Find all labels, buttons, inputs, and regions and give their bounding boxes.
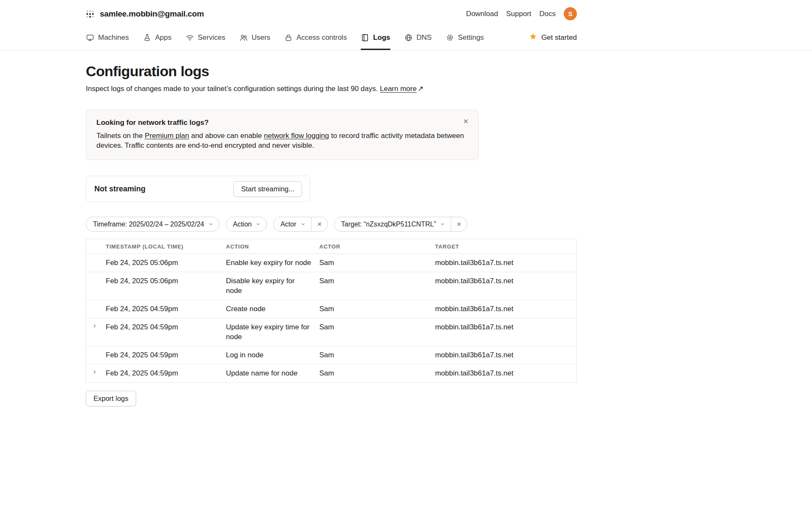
col-actor: ACTOR	[319, 239, 435, 254]
cell-action: Enable key expiry for node	[226, 254, 319, 272]
tailscale-logo-icon	[86, 10, 94, 18]
logs-icon	[361, 33, 369, 42]
globe-icon	[404, 33, 413, 42]
cell-timestamp: Feb 24, 2025 04:59pm	[86, 318, 226, 346]
cell-action: Update name for node	[226, 364, 319, 383]
chevron-down-icon	[208, 221, 214, 227]
premium-plan-link[interactable]: Premium plan	[145, 132, 189, 140]
close-icon	[317, 221, 322, 227]
cell-target: mobbin.tail3b61a7.ts.net	[435, 254, 577, 272]
target-filter-button[interactable]: Target: “nZsxzqDkP511CNTRL”	[335, 217, 451, 231]
cell-actor: Sam	[319, 300, 435, 318]
chevron-right-icon[interactable]	[92, 323, 98, 329]
chevron-down-icon	[300, 221, 306, 227]
chevron-down-icon	[440, 221, 445, 227]
target-filter: Target: “nZsxzqDkP511CNTRL”	[334, 217, 468, 232]
close-icon	[456, 221, 462, 227]
tab-dns[interactable]: DNS	[404, 33, 432, 50]
cell-target: mobbin.tail3b61a7.ts.net	[435, 318, 577, 346]
table-row: Feb 24, 2025 05:06pm Disable key expiry …	[86, 272, 577, 300]
tab-machines[interactable]: Machines	[86, 33, 129, 50]
docs-link[interactable]: Docs	[539, 10, 556, 18]
apps-icon	[143, 33, 151, 42]
cell-action: Update key expiry time for node	[226, 318, 319, 346]
table-row: Feb 24, 2025 04:59pm Create node Sam mob…	[86, 300, 577, 318]
external-arrow-icon: ↗	[417, 84, 423, 93]
download-link[interactable]: Download	[466, 10, 498, 18]
cell-target: mobbin.tail3b61a7.ts.net	[435, 346, 577, 364]
account-email: samlee.mobbin@gmail.com	[100, 9, 204, 19]
cell-timestamp: Feb 24, 2025 04:59pm	[86, 346, 226, 364]
network-logs-banner: Looking for network traffic logs? Tailne…	[86, 110, 479, 160]
cell-actor: Sam	[319, 364, 435, 383]
table-header-row: TIMESTAMP (LOCAL TIME) ACTION ACTOR TARG…	[86, 239, 577, 254]
cell-target: mobbin.tail3b61a7.ts.net	[435, 300, 577, 318]
tab-users[interactable]: Users	[239, 33, 270, 50]
gear-icon	[446, 33, 454, 42]
star-icon	[529, 33, 537, 43]
table-row: Feb 24, 2025 05:06pm Enable key expiry f…	[86, 254, 577, 272]
actor-filter: Actor	[273, 217, 327, 232]
machines-icon	[86, 33, 94, 42]
col-target: TARGET	[435, 239, 577, 254]
configuration-logs-table: TIMESTAMP (LOCAL TIME) ACTION ACTOR TARG…	[86, 239, 577, 383]
cell-actor: Sam	[319, 346, 435, 364]
streaming-status-card: Not streaming Start streaming...	[86, 176, 310, 202]
page-title: Configuration logs	[86, 63, 577, 80]
export-logs-button[interactable]: Export logs	[86, 391, 136, 406]
tab-settings[interactable]: Settings	[446, 33, 484, 50]
tab-services[interactable]: Services	[186, 33, 225, 50]
cell-action: Create node	[226, 300, 319, 318]
chevron-right-icon[interactable]	[92, 369, 98, 375]
get-started-link[interactable]: Get started	[529, 33, 577, 50]
cell-target: mobbin.tail3b61a7.ts.net	[435, 364, 577, 383]
support-link[interactable]: Support	[506, 10, 532, 18]
top-bar: samlee.mobbin@gmail.com Download Support…	[86, 0, 577, 20]
actor-filter-button[interactable]: Actor	[274, 217, 311, 231]
lock-icon	[284, 33, 293, 42]
network-flow-logging-link[interactable]: network flow logging	[264, 132, 329, 140]
col-timestamp: TIMESTAMP (LOCAL TIME)	[86, 239, 226, 254]
cell-timestamp: Feb 24, 2025 05:06pm	[86, 254, 226, 272]
cell-actor: Sam	[319, 318, 435, 346]
cell-actor: Sam	[319, 272, 435, 300]
cell-timestamp: Feb 24, 2025 04:59pm	[86, 300, 226, 318]
users-icon	[239, 33, 248, 42]
target-filter-clear-button[interactable]	[451, 217, 467, 231]
action-filter[interactable]: Action	[226, 217, 267, 232]
log-filters: Timeframe: 2025/02/24 – 2025/02/24 Actio…	[86, 217, 577, 232]
services-icon	[186, 33, 194, 42]
streaming-status-text: Not streaming	[94, 185, 145, 193]
table-row[interactable]: Feb 24, 2025 04:59pm Update name for nod…	[86, 364, 577, 383]
chevron-down-icon	[255, 221, 261, 227]
col-action: ACTION	[226, 239, 319, 254]
primary-nav-bar: Machines Apps Services Users	[0, 33, 812, 51]
page-subtitle: Inspect logs of changes made to your tai…	[86, 84, 577, 93]
tab-logs[interactable]: Logs	[361, 33, 390, 50]
start-streaming-button[interactable]: Start streaming...	[233, 181, 302, 197]
close-icon[interactable]	[461, 116, 471, 126]
cell-timestamp: Feb 24, 2025 05:06pm	[86, 272, 226, 300]
actor-filter-clear-button[interactable]	[311, 217, 327, 231]
cell-timestamp: Feb 24, 2025 04:59pm	[86, 364, 226, 383]
table-row[interactable]: Feb 24, 2025 04:59pm Update key expiry t…	[86, 318, 577, 346]
cell-actor: Sam	[319, 254, 435, 272]
cell-action: Log in node	[226, 346, 319, 364]
learn-more-link[interactable]: Learn more↗	[380, 85, 423, 93]
banner-body: Tailnets on the Premium plan and above c…	[96, 131, 468, 150]
tab-apps[interactable]: Apps	[143, 33, 172, 50]
avatar[interactable]: S	[564, 7, 577, 20]
tab-access-controls[interactable]: Access controls	[284, 33, 347, 50]
timeframe-filter[interactable]: Timeframe: 2025/02/24 – 2025/02/24	[86, 217, 219, 232]
table-row: Feb 24, 2025 04:59pm Log in node Sam mob…	[86, 346, 577, 364]
cell-target: mobbin.tail3b61a7.ts.net	[435, 272, 577, 300]
cell-action: Disable key expiry for node	[226, 272, 319, 300]
banner-title: Looking for network traffic logs?	[96, 119, 468, 127]
